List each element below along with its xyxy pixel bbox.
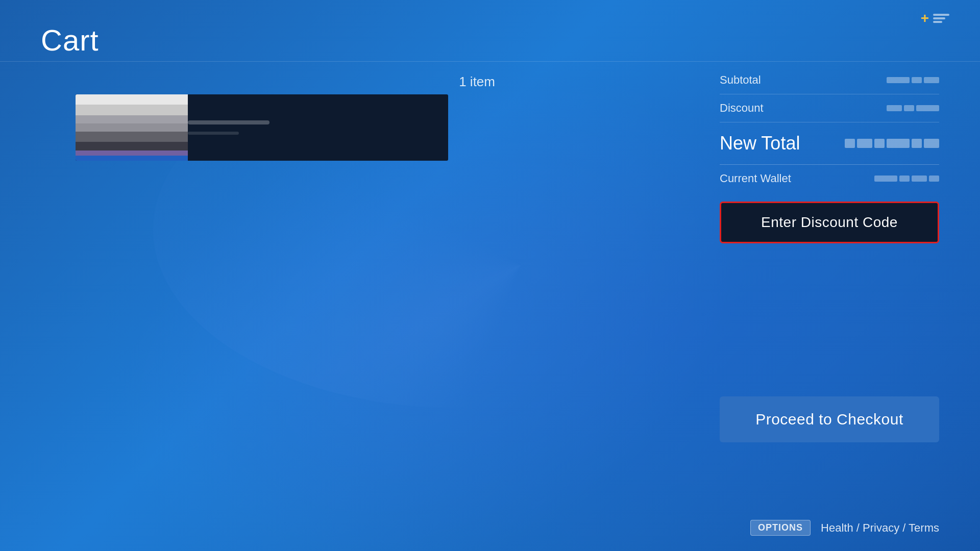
total-price-block4 xyxy=(887,139,910,148)
controller-bar-1 xyxy=(933,14,949,16)
discount-row: Discount xyxy=(720,94,939,122)
img-stripe-3 xyxy=(76,115,188,123)
total-price-block1 xyxy=(845,139,855,148)
item-subtitle-placeholder xyxy=(188,132,239,135)
page-title: Cart xyxy=(41,23,99,57)
img-stripe-4 xyxy=(76,123,188,132)
wallet-block3 xyxy=(912,176,927,182)
discount-price-block1 xyxy=(887,105,902,111)
wallet-label: Current Wallet xyxy=(720,172,791,185)
wallet-block4 xyxy=(929,176,939,182)
footer-links: Health / Privacy / Terms xyxy=(821,521,939,535)
img-stripe-6 xyxy=(76,142,188,150)
discount-label: Discount xyxy=(720,102,764,115)
subtotal-row: Subtotal xyxy=(720,66,939,94)
summary-panel: Subtotal Discount New Total xyxy=(720,66,939,442)
total-price-block3 xyxy=(874,139,885,148)
img-stripe-1 xyxy=(76,94,188,105)
wallet-block2 xyxy=(899,176,910,182)
img-stripe-8 xyxy=(76,156,188,161)
discount-price-block2 xyxy=(904,105,914,111)
controller-icon xyxy=(933,14,949,23)
enter-discount-button[interactable]: Enter Discount Code xyxy=(720,202,939,243)
total-price-block2 xyxy=(857,139,872,148)
total-price-block6 xyxy=(924,139,939,148)
controller-bar-2 xyxy=(933,17,945,19)
wallet-value xyxy=(874,176,939,182)
new-total-row: New Total xyxy=(720,122,939,165)
item-text-placeholder xyxy=(188,120,270,135)
top-right-icons: + xyxy=(921,10,949,27)
item-count: 1 item xyxy=(41,74,495,90)
img-stripe-5 xyxy=(76,132,188,142)
new-total-price xyxy=(845,139,939,148)
discount-price xyxy=(887,105,939,111)
wallet-row: Current Wallet xyxy=(720,165,939,192)
ps-plus-icon: + xyxy=(921,10,929,27)
options-badge[interactable]: OPTIONS xyxy=(750,520,811,536)
subtotal-label: Subtotal xyxy=(720,73,761,87)
img-stripe-7 xyxy=(76,151,188,156)
controller-bar-3 xyxy=(933,21,942,23)
subtotal-price-block1 xyxy=(887,77,910,83)
discount-price-block3 xyxy=(916,105,939,111)
wallet-block1 xyxy=(874,176,897,182)
subtotal-price-block2 xyxy=(912,77,922,83)
subtotal-price-block3 xyxy=(924,77,939,83)
header-divider xyxy=(0,61,980,62)
footer: OPTIONS Health / Privacy / Terms xyxy=(750,520,939,536)
subtotal-price xyxy=(887,77,939,83)
total-price-block5 xyxy=(912,139,922,148)
new-total-label: New Total xyxy=(720,133,800,154)
item-image-left xyxy=(76,94,188,161)
cart-item-thumbnail[interactable] xyxy=(76,94,448,161)
img-stripe-2 xyxy=(76,105,188,115)
proceed-to-checkout-button[interactable]: Proceed to Checkout xyxy=(720,396,939,442)
item-title-placeholder xyxy=(188,120,270,124)
